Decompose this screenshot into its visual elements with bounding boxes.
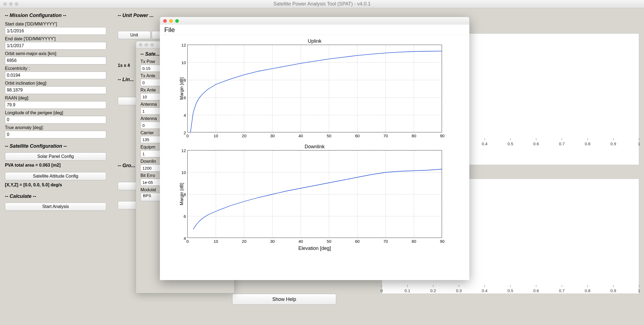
ecc-input[interactable] bbox=[5, 72, 106, 79]
xtick: 10 bbox=[214, 133, 218, 138]
ytick: 2 bbox=[178, 130, 186, 135]
file-menu[interactable]: File bbox=[160, 25, 469, 35]
axis-tick: 1 bbox=[638, 141, 640, 146]
end-date-input[interactable] bbox=[5, 42, 106, 50]
satcfg-header: -- Satellite Configuration -- bbox=[5, 143, 117, 149]
inc-label: Orbit inclination [deg]: bbox=[5, 81, 117, 86]
xtick: 60 bbox=[355, 239, 360, 244]
xtick: 20 bbox=[242, 239, 246, 244]
end-date-label: End date ['DD/MM/YYYY'] bbox=[5, 36, 117, 41]
ytick: 8 bbox=[178, 192, 186, 197]
zoom-icon[interactable] bbox=[175, 19, 179, 23]
uplink-plot: Margin [dB] 246810120102030405060708090 bbox=[187, 45, 442, 132]
lin-header: -- Lin... bbox=[118, 77, 134, 82]
tanom-label: True anomaly [deg]: bbox=[5, 125, 117, 130]
satellite-attitude-config-button[interactable]: Satellite Attitude Config bbox=[5, 172, 106, 180]
xtick: 30 bbox=[270, 239, 275, 244]
axis-tick: 0.4 bbox=[482, 141, 488, 146]
axis-tick: 0.2 bbox=[430, 288, 436, 293]
axis-tick: 0.8 bbox=[585, 141, 591, 146]
bgplot2-xaxis: 00.10.20.30.40.50.60.70.80.91 bbox=[382, 288, 639, 295]
ytick: 4 bbox=[178, 113, 186, 118]
raan-input[interactable] bbox=[5, 101, 106, 109]
raan-label: RAAN [deg]: bbox=[5, 96, 117, 101]
main-titlebar: Satellite Power Analysis Tool (SPAT) - v… bbox=[0, 0, 644, 8]
axis-tick: 0 bbox=[381, 288, 383, 293]
ytick: 8 bbox=[178, 78, 186, 82]
axis-tick: 0.4 bbox=[482, 288, 488, 293]
axis-tick: 0.6 bbox=[533, 288, 539, 293]
tanom-input[interactable] bbox=[5, 131, 106, 138]
xtick: 80 bbox=[412, 239, 416, 244]
xtick: 0 bbox=[186, 239, 189, 244]
xtick: 0 bbox=[186, 133, 189, 138]
xtick: 90 bbox=[440, 133, 445, 138]
axis-tick: 1 bbox=[638, 288, 640, 293]
chart-window: File Uplink Margin [dB] 2468101201020304… bbox=[160, 17, 469, 280]
ytick: 10 bbox=[178, 170, 186, 175]
uplink-title: Uplink bbox=[166, 38, 463, 44]
xtick: 10 bbox=[214, 239, 218, 244]
axis-tick: 0.5 bbox=[508, 141, 513, 146]
dim-text: 1s x 4 bbox=[118, 63, 130, 68]
axis-tick: 0.9 bbox=[611, 141, 616, 146]
axis-tick: 0.9 bbox=[611, 288, 616, 293]
gro-header: -- Gro... bbox=[118, 163, 135, 169]
xtick: 40 bbox=[298, 239, 303, 244]
downlink-plot: Margin [dB] 46810120102030405060708090 bbox=[187, 150, 442, 238]
ytick: 12 bbox=[178, 43, 186, 47]
axis-tick: 0.5 bbox=[508, 288, 513, 293]
lperi-input[interactable] bbox=[5, 116, 106, 124]
close-icon[interactable] bbox=[163, 19, 167, 23]
downlink-xlabel: Elevation [deg] bbox=[166, 246, 463, 251]
lperi-label: Longitude of the perigee [deg] bbox=[5, 110, 117, 115]
xtick: 90 bbox=[440, 239, 445, 244]
ytick: 6 bbox=[178, 95, 186, 100]
ytick: 6 bbox=[178, 214, 186, 219]
xtick: 80 bbox=[412, 133, 416, 138]
xtick: 30 bbox=[270, 133, 275, 138]
ytick: 12 bbox=[178, 148, 186, 153]
start-date-label: Start date ['DD/MM/YYYY'] bbox=[5, 22, 117, 27]
zoom-icon[interactable] bbox=[150, 43, 154, 47]
inc-input[interactable] bbox=[5, 86, 106, 94]
chartwin-titlebar bbox=[160, 17, 469, 25]
unit-power-header: -- Unit Power ... bbox=[118, 13, 159, 18]
show-help-button[interactable]: Show Help bbox=[232, 294, 336, 305]
axis-tick: 0.8 bbox=[585, 288, 591, 293]
start-analysis-button[interactable]: Start Analysis bbox=[5, 203, 106, 211]
minimize-icon[interactable] bbox=[145, 43, 148, 47]
axis-tick: 0.7 bbox=[559, 288, 565, 293]
start-date-input[interactable] bbox=[5, 27, 106, 35]
minimize-icon[interactable] bbox=[169, 19, 173, 23]
unit-button[interactable]: Unit bbox=[118, 31, 151, 39]
xtick: 40 bbox=[298, 133, 303, 138]
pva-text: PVA total area = 0.063 [m2] bbox=[5, 163, 117, 168]
calc-header: -- Calculate -- bbox=[5, 193, 117, 199]
downlink-title: Downlink bbox=[166, 144, 463, 150]
sma-label: Orbit semi-major-axis [km]: bbox=[5, 51, 117, 56]
xtick: 20 bbox=[242, 133, 246, 138]
xtick: 70 bbox=[383, 239, 388, 244]
solar-panel-config-button[interactable]: Solar Panel Config bbox=[5, 152, 106, 161]
axis-tick: 0.1 bbox=[405, 288, 410, 293]
sma-input[interactable] bbox=[5, 57, 106, 64]
axis-tick: 0.7 bbox=[559, 141, 565, 146]
xyz-text: [X,Y,Z] = [0.0, 0.0, 5.0] deg/s bbox=[5, 183, 117, 187]
mission-header: -- Mission Configuration -- bbox=[5, 13, 117, 18]
ecc-label: Eccentricity : bbox=[5, 66, 117, 71]
axis-tick: 0.6 bbox=[533, 141, 539, 146]
window-title: Satellite Power Analysis Tool (SPAT) - v… bbox=[0, 1, 644, 7]
axis-tick: 0.3 bbox=[456, 288, 462, 293]
mission-config-panel: -- Mission Configuration -- Start date [… bbox=[5, 11, 117, 211]
close-icon[interactable] bbox=[139, 43, 142, 47]
xtick: 50 bbox=[327, 133, 331, 138]
xtick: 50 bbox=[327, 239, 331, 244]
ytick: 4 bbox=[178, 236, 186, 241]
ytick: 10 bbox=[178, 60, 186, 65]
xtick: 70 bbox=[383, 133, 388, 138]
xtick: 60 bbox=[355, 133, 360, 138]
